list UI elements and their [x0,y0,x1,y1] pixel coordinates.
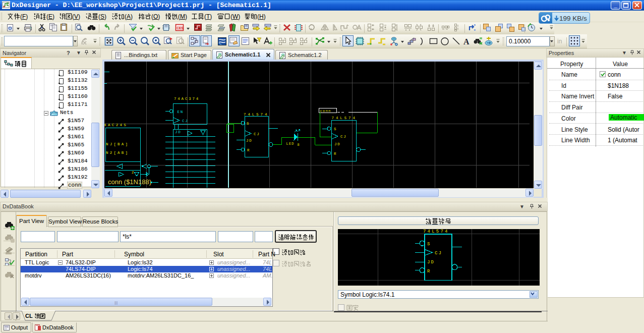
svg-text:LED: LED [286,142,295,146]
svg-text:8: 8 [298,143,300,147]
svg-text:NJ[BA]: NJ[BA] [106,142,129,146]
svg-text:S: S [334,127,336,131]
svg-text:EN: EN [178,110,184,114]
svg-text:conn: conn [320,109,331,113]
svg-text:CJ: CJ [182,119,189,123]
svg-text:S: S [427,242,430,247]
svg-text:74L574: 74L574 [332,116,357,120]
svg-text:JD: JD [334,142,341,146]
svg-text:CJ: CJ [254,132,260,136]
svg-text:conn ($1N188): conn ($1N188) [108,178,151,186]
svg-text:A: A [463,37,470,46]
svg-text:R: R [247,148,250,152]
svg-text:74AC374: 74AC374 [174,97,200,101]
svg-text:R: R [334,152,336,156]
svg-text:CJ: CJ [340,135,347,139]
svg-text:CJ: CJ [435,251,442,256]
svg-text:74L574: 74L574 [244,113,269,117]
svg-text:2: 2 [132,171,134,175]
svg-text:JD: JD [427,260,435,265]
svg-text:4AC245: 4AC245 [104,123,128,127]
svg-text:74L574: 74L574 [423,229,449,234]
svg-text:CES: CES [177,26,184,30]
svg-text:JD: JD [175,130,182,134]
svg-text:N2[AB]: N2[AB] [106,151,129,155]
svg-text:JD: JD [246,139,253,143]
svg-text:R: R [427,269,430,274]
svg-text:S: S [247,122,249,126]
